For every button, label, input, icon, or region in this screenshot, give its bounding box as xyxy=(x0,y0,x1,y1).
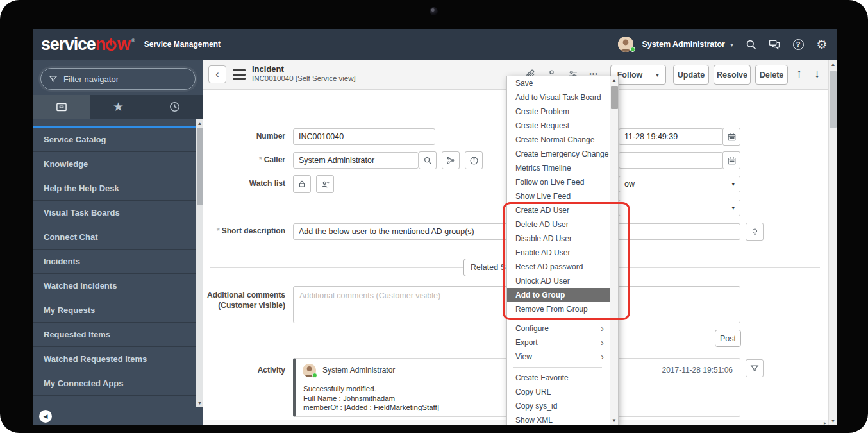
short-description-label: *Short description xyxy=(203,226,285,235)
collapse-sidebar-button[interactable]: ◀ xyxy=(39,410,52,423)
menu-item-copy-sys-id[interactable]: Copy sys_id xyxy=(507,399,610,413)
menu-item-label: Configure xyxy=(515,324,549,333)
user-menu[interactable]: System Administrator ▾ xyxy=(618,37,733,52)
sidebar-item-watched-incidents[interactable]: Watched Incidents xyxy=(33,274,203,298)
sidebar-item-knowledge[interactable]: Knowledge xyxy=(33,152,203,176)
webcam-dot xyxy=(430,7,438,15)
tab-all-applications[interactable] xyxy=(33,95,90,119)
main-scrollbar[interactable]: ▲ ▼ xyxy=(828,60,837,425)
sidebar-item-label: Requested Items xyxy=(44,330,110,339)
form-context-menu-icon[interactable] xyxy=(233,69,246,82)
search-icon[interactable] xyxy=(744,38,757,51)
menu-item-disable-ad-user[interactable]: Disable AD User xyxy=(507,232,610,246)
sidebar-item-connect-chat[interactable]: Connect Chat xyxy=(33,225,203,250)
sidebar-item-label: My Connected Apps xyxy=(44,378,123,388)
menu-item-configure[interactable]: Configure› xyxy=(507,321,610,335)
scroll-right-arrow[interactable]: ▸ xyxy=(824,420,826,425)
watch-list-lock-icon[interactable] xyxy=(293,175,311,193)
sidebar: Filter navigator ★ DashboardsService Cat… xyxy=(33,60,203,425)
menu-item-create-problem[interactable]: Create Problem xyxy=(507,105,610,119)
sidebar-item-help-the-help-desk[interactable]: Help the Help Desk xyxy=(33,176,203,201)
caller-input[interactable] xyxy=(293,152,419,169)
sidebar-item-incidents[interactable]: Incidents xyxy=(33,250,203,274)
follow-dropdown-button[interactable]: ▾ xyxy=(649,65,666,85)
context-menu-scrollbar[interactable]: ▲ ▼ xyxy=(610,76,618,425)
tab-favorites[interactable]: ★ xyxy=(90,95,146,119)
sidebar-item-service-catalog[interactable]: Service Catalog xyxy=(33,128,203,152)
activity-filter-funnel-icon[interactable] xyxy=(746,359,764,377)
sidebar-item-requested-items[interactable]: Requested Items xyxy=(33,323,203,347)
menu-item-metrics-timeline[interactable]: Metrics Timeline xyxy=(507,161,610,175)
resolved-datetime-input[interactable] xyxy=(619,152,723,169)
device-bezel: servicenw ® Service Management System Ad… xyxy=(0,0,868,433)
menu-item-add-to-group[interactable]: Add to Group xyxy=(507,288,610,302)
scroll-down-arrow[interactable]: ▼ xyxy=(196,398,203,407)
activity-label: Activity xyxy=(203,366,285,375)
menu-item-create-normal-change[interactable]: Create Normal Change xyxy=(507,133,610,147)
menu-item-reset-ad-password[interactable]: Reset AD password xyxy=(507,260,610,274)
menu-item-create-favorite[interactable]: Create Favorite xyxy=(507,371,610,385)
menu-item-follow-on-live-feed[interactable]: Follow on Live Feed xyxy=(507,175,610,189)
menu-item-show-live-feed[interactable]: Show Live Feed xyxy=(507,189,610,203)
caller-lookup-icon[interactable] xyxy=(419,151,437,169)
delete-button[interactable]: Delete xyxy=(755,65,788,85)
number-input[interactable] xyxy=(293,128,435,145)
menu-item-label: Metrics Timeline xyxy=(515,164,571,173)
scroll-down-arrow[interactable]: ▼ xyxy=(610,416,618,425)
filter-placeholder: Filter navigator xyxy=(63,74,119,84)
knowledge-lightbulb-icon[interactable] xyxy=(746,223,764,241)
back-button[interactable]: ‹ xyxy=(208,65,226,83)
state-select[interactable]: ▾ xyxy=(619,200,740,216)
sidebar-item-label: My Requests xyxy=(44,305,95,315)
menu-item-show-xml[interactable]: Show XML xyxy=(507,413,610,425)
calendar-icon[interactable] xyxy=(722,151,740,169)
submenu-chevron-icon: › xyxy=(601,321,604,335)
post-button[interactable]: Post xyxy=(715,330,741,347)
opened-datetime-input[interactable] xyxy=(619,128,723,145)
sidebar-item-watched-requested-items[interactable]: Watched Requested Items xyxy=(33,347,203,371)
menu-item-remove-from-group[interactable]: Remove From Group xyxy=(507,302,610,316)
watch-list-add-person-icon[interactable] xyxy=(316,175,334,193)
scroll-up-arrow[interactable]: ▲ xyxy=(829,60,837,69)
gear-icon[interactable]: ⚙ xyxy=(815,38,828,51)
menu-item-label: Copy URL xyxy=(515,387,551,396)
menu-item-export[interactable]: Export› xyxy=(507,335,610,350)
scrollbar-thumb[interactable] xyxy=(830,71,837,128)
menu-item-create-emergency-change[interactable]: Create Emergency Change xyxy=(507,147,610,161)
calendar-icon[interactable] xyxy=(722,128,740,146)
menu-item-save[interactable]: Save xyxy=(507,76,610,90)
resolve-button[interactable]: Resolve xyxy=(714,65,751,85)
scroll-down-arrow[interactable]: ▼ xyxy=(829,416,837,425)
sidebar-item-dashboards[interactable]: Dashboards xyxy=(33,119,203,128)
menu-item-unlock-ad-user[interactable]: Unlock AD User xyxy=(507,274,610,288)
caller-info-icon[interactable] xyxy=(465,151,483,169)
menu-item-add-to-visual-task-board[interactable]: Add to Visual Task Board xyxy=(507,90,610,105)
menu-item-copy-url[interactable]: Copy URL xyxy=(507,385,610,399)
filter-navigator-input[interactable]: Filter navigator xyxy=(40,68,196,90)
tab-history[interactable] xyxy=(147,95,203,119)
next-record-icon[interactable]: ↓ xyxy=(814,67,821,81)
caller-share-icon[interactable] xyxy=(442,151,460,169)
sidebar-item-visual-task-boards[interactable]: Visual Task Boards xyxy=(33,201,203,225)
chat-icon[interactable] xyxy=(768,38,781,51)
menu-item-label: Remove From Group xyxy=(515,305,588,314)
sidebar-scrollbar[interactable]: ▲ ▼ xyxy=(196,119,203,407)
sidebar-item-my-connected-apps[interactable]: My Connected Apps xyxy=(33,371,203,396)
sidebar-item-my-requests[interactable]: My Requests xyxy=(33,298,203,323)
scrollbar-thumb[interactable] xyxy=(197,128,203,205)
scrollbar-thumb[interactable] xyxy=(611,86,618,109)
previous-record-icon[interactable]: ↑ xyxy=(796,67,803,81)
menu-item-create-ad-user[interactable]: Create AD User xyxy=(507,203,610,217)
scroll-up-arrow[interactable]: ▲ xyxy=(610,76,618,85)
submenu-chevron-icon: › xyxy=(601,335,604,350)
menu-item-view[interactable]: View› xyxy=(507,350,610,364)
menu-item-label: Create Problem xyxy=(515,107,569,116)
help-icon[interactable]: ? xyxy=(792,38,805,51)
menu-item-create-request[interactable]: Create Request xyxy=(507,119,610,133)
menu-item-label: Export xyxy=(515,338,538,347)
scroll-up-arrow[interactable]: ▲ xyxy=(196,119,203,128)
update-button[interactable]: Update xyxy=(673,65,709,85)
menu-item-enable-ad-user[interactable]: Enable AD User xyxy=(507,246,610,260)
menu-item-delete-ad-user[interactable]: Delete AD User xyxy=(507,217,610,232)
priority-select[interactable]: ow▾ xyxy=(619,176,740,192)
